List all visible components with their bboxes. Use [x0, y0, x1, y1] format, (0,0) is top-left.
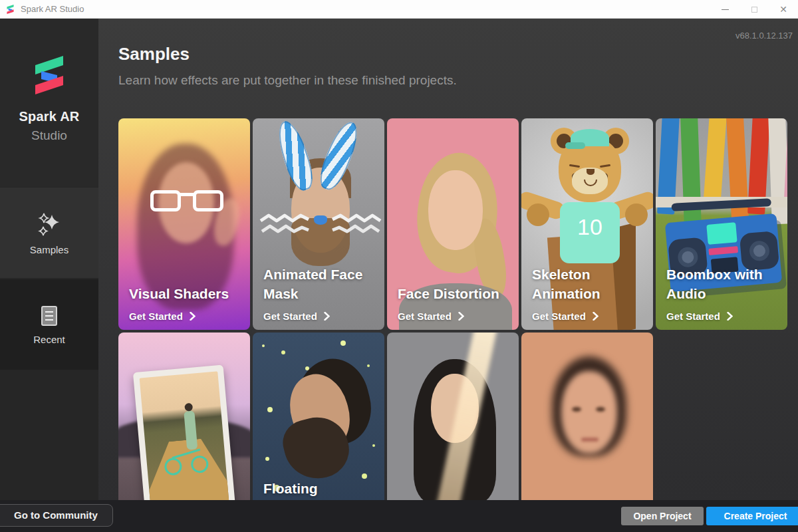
maximize-icon — [751, 7, 757, 13]
version-label: v68.1.0.12.137 — [735, 31, 793, 41]
bunny-ear-art — [273, 118, 318, 194]
card-title: Skeleton Animation — [532, 265, 640, 303]
sample-card-light-leak[interactable]: Light Leak Get Started — [387, 332, 519, 517]
glasses-art — [150, 190, 223, 214]
page-title: Samples — [118, 44, 190, 65]
sample-card-floating-particles[interactable]: Floating Particles Get Started — [253, 332, 384, 517]
get-started-label: Get Started — [263, 311, 317, 322]
woman-eye-art — [572, 407, 581, 412]
glasses-lens — [193, 190, 223, 211]
get-started-label: Get Started — [398, 311, 452, 322]
card-title: Animated Face Mask — [263, 265, 371, 303]
app-body: Spark AR Studio Samples Recent Samples L… — [0, 19, 798, 500]
sample-card-skeleton-animation[interactable]: 10 Skeleton Animation Get Started — [521, 118, 653, 330]
sidebar-item-label: Recent — [33, 334, 65, 345]
maximize-button[interactable] — [739, 0, 769, 19]
sparkles-icon — [36, 211, 63, 237]
card-title: Visual Shaders — [129, 285, 237, 303]
whiskers-art — [259, 210, 382, 241]
chevron-right-icon — [190, 312, 196, 321]
bunny-nose-art — [314, 215, 327, 225]
close-button[interactable]: ✕ — [769, 0, 798, 19]
cassette-window-art — [706, 222, 737, 245]
fence-picket-art — [768, 118, 787, 224]
sidebar-item-samples[interactable]: Samples — [0, 188, 98, 278]
spark-logo-icon — [5, 4, 15, 15]
woman-mouth-art — [581, 438, 598, 442]
go-to-community-button[interactable]: Go to Community — [0, 504, 113, 527]
get-started-link[interactable]: Get Started — [263, 311, 330, 322]
woman-face-art — [428, 170, 483, 250]
chevron-right-icon — [458, 312, 464, 321]
bear-nose-art — [587, 169, 595, 175]
chevron-right-icon — [324, 312, 330, 321]
document-icon — [39, 305, 59, 327]
get-started-link[interactable]: Get Started — [129, 311, 196, 322]
bear-brow-art — [569, 164, 580, 168]
button-strip-art — [708, 246, 738, 255]
minimize-icon — [722, 9, 729, 10]
get-started-link[interactable]: Get Started — [666, 311, 733, 322]
app-name-sub: Studio — [31, 128, 67, 143]
polaroid-photo-art — [140, 371, 229, 510]
window-title: Spark AR Studio — [21, 4, 84, 14]
woman-eye-art — [596, 407, 605, 412]
sample-card-holiday-card[interactable]: Brighton, 2019 Holiday Card Get Started — [118, 332, 250, 517]
close-icon: ✕ — [779, 5, 787, 14]
samples-grid: Visual Shaders Get Started Animated Face… — [118, 118, 789, 517]
shirt-number: 10 — [560, 214, 620, 240]
sidebar-item-label: Samples — [30, 244, 68, 255]
polaroid-art: Brighton, 2019 — [133, 365, 237, 517]
get-started-link[interactable]: Get Started — [398, 311, 464, 322]
page-subtitle: Learn how effects are put together in th… — [118, 73, 457, 88]
particles-art — [262, 344, 265, 347]
get-started-label: Get Started — [532, 311, 586, 322]
create-project-button[interactable]: Create Project — [706, 507, 798, 525]
fence-picket-art — [703, 118, 727, 208]
sample-card-face-distortion[interactable]: Face Distortion Get Started — [387, 118, 519, 330]
footer-bar: Go to Community Open Project Create Proj… — [0, 500, 798, 532]
sample-card-animated-face-mask[interactable]: Animated Face Mask Get Started — [253, 118, 384, 330]
sidebar-logo-section: Spark AR Studio — [0, 19, 98, 187]
get-started-label: Get Started — [129, 311, 183, 322]
bear-paw-art — [527, 203, 549, 226]
sample-card-facezoom[interactable]: Facezoom Get Started — [521, 332, 653, 517]
card-title: Boombox with Audio — [666, 265, 774, 303]
sidebar-item-recent[interactable]: Recent — [0, 279, 98, 370]
app-name: Spark AR — [19, 109, 80, 124]
card-title: Face Distortion — [398, 285, 505, 303]
glasses-bridge — [180, 193, 194, 196]
glasses-lens — [150, 190, 181, 211]
sample-card-boombox-with-audio[interactable]: Boombox with Audio Get Started — [656, 118, 787, 330]
main-header: Samples Learn how effects are put togeth… — [98, 19, 798, 118]
spark-logo-icon — [31, 53, 67, 97]
bear-paw-art — [625, 203, 648, 226]
sample-card-visual-shaders[interactable]: Visual Shaders Get Started — [118, 118, 250, 330]
get-started-label: Get Started — [666, 311, 720, 322]
get-started-link[interactable]: Get Started — [532, 311, 598, 322]
chevron-right-icon — [593, 312, 598, 321]
bear-brow-art — [600, 164, 610, 168]
bear-mouth-art — [584, 180, 597, 186]
window-titlebar: Spark AR Studio ✕ — [0, 0, 798, 19]
open-project-button[interactable]: Open Project — [621, 507, 704, 525]
bear-shirt-art: 10 — [560, 202, 620, 263]
person-head-art — [184, 403, 193, 412]
chevron-right-icon — [727, 312, 733, 321]
sidebar: Spark AR Studio Samples Recent — [0, 19, 98, 500]
fence-picket-art — [680, 118, 702, 227]
bear-cap-brim-art — [565, 142, 585, 149]
bear-muzzle-art — [572, 168, 608, 194]
minimize-button[interactable] — [710, 0, 739, 19]
